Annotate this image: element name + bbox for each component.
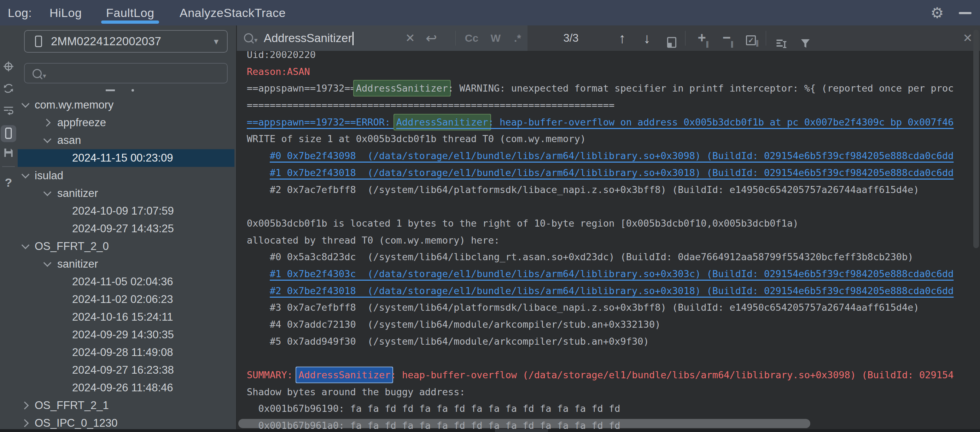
toolbar-divider	[766, 31, 766, 46]
previous-match-arrow-icon[interactable]: ↑	[613, 25, 631, 51]
log-link[interactable]: #1 0x7be2f4303c (/data/storage/el1/bundl…	[270, 268, 953, 279]
tree-row[interactable]: 2024-10-16 15:24:11	[17, 308, 236, 326]
tree-row[interactable]: sanitizer	[17, 184, 236, 202]
match-case-toggle[interactable]: Cc	[462, 25, 482, 51]
device-log-tool-icon[interactable]	[1, 125, 16, 142]
log-text: ========================================…	[247, 100, 614, 111]
log-text: Shadow bytes around the buggy address:	[247, 386, 465, 397]
log-link[interactable]: #2 0x7be2f43018 (/data/storage/el1/bundl…	[270, 285, 953, 296]
help-icon[interactable]: ?	[2, 175, 16, 189]
bottom-edge-segment	[495, 429, 548, 432]
tree-search-input[interactable]: ▾	[24, 63, 228, 83]
search-query: AddressSanitizer	[264, 25, 353, 51]
horizontal-scrollbar[interactable]	[238, 419, 810, 428]
clipped-row-fragment	[132, 89, 134, 92]
refresh-sync-icon[interactable]	[2, 81, 16, 95]
settings-gear-icon[interactable]: ⚙	[931, 0, 944, 25]
log-line: ========================================…	[247, 97, 953, 114]
minimize-icon[interactable]	[959, 12, 972, 14]
tree-row[interactable]: 2024-09-29 14:30:35	[17, 326, 236, 344]
log-line: #3 0x7ac7efbff8 (/system/lib64/platforms…	[247, 299, 953, 316]
tree-row[interactable]: 2024-09-26 11:48:46	[17, 379, 236, 397]
tree-label: 2024-10-16 15:24:11	[72, 308, 173, 326]
regex-toggle[interactable]: .*	[508, 25, 527, 51]
chevron-down-icon[interactable]	[22, 241, 30, 249]
toolbar-divider	[455, 31, 456, 46]
log-main-panel: ▾ AddressSanitizer ✕ ↩ Cc W .* 3/3 ↑ ↓ +…	[236, 25, 980, 432]
add-filter-icon[interactable]: +∥	[692, 25, 715, 51]
log-line: Uid:20020220	[247, 51, 953, 63]
tree-label: 2024-11-05 02:04:36	[72, 273, 173, 291]
whole-words-toggle[interactable]: W	[487, 25, 505, 51]
chevron-right-icon[interactable]	[21, 402, 29, 410]
tab-hilog[interactable]: HiLog	[49, 0, 82, 25]
save-icon[interactable]	[2, 146, 16, 160]
soft-wrap-icon[interactable]	[2, 103, 16, 118]
log-text	[247, 167, 270, 178]
log-line: ==appspawn==19732==ERROR: AddressSanitiz…	[247, 114, 953, 131]
locate-crosshair-icon[interactable]	[2, 59, 16, 73]
search-input[interactable]: ▾ AddressSanitizer ✕ ↩ Cc W .*	[237, 25, 528, 51]
tree-row[interactable]: OS_IPC_0_1230	[17, 415, 236, 429]
log-link[interactable]: #1 0x7be2f43018 (/data/storage/el1/bundl…	[270, 167, 953, 178]
chevron-right-icon[interactable]	[43, 119, 51, 127]
tree-row[interactable]: appfreeze	[17, 114, 236, 132]
chevron-right-icon[interactable]	[21, 419, 29, 427]
match-count: 3/3	[555, 25, 587, 51]
log-line: #4 0x7addc72130 (/system/lib64/module/ar…	[247, 316, 953, 333]
log-text: ==appspawn==19732==	[247, 83, 356, 94]
chevron-down-icon[interactable]	[43, 259, 52, 267]
top-tab-bar: Log: HiLog FaultLog AnalyzeStackTrace ⚙	[0, 0, 980, 25]
vertical-scrollbar[interactable]	[973, 30, 979, 248]
clear-search-icon[interactable]: ✕	[402, 25, 418, 51]
log-line	[247, 198, 953, 215]
tree-row[interactable]: 2024-09-27 16:23:38	[17, 361, 236, 379]
tree-row[interactable]: sanitizer	[17, 255, 236, 273]
log-text	[247, 268, 270, 279]
chevron-down-icon[interactable]	[43, 188, 52, 196]
log-viewer[interactable]: Uid:20020220Reason:ASAN==appspawn==19732…	[237, 51, 980, 432]
log-line: #5 0x7add949f30 (/system/lib64/module/ar…	[247, 333, 953, 350]
device-selector[interactable]: 2MM0224122002037 ▾	[24, 30, 228, 53]
exclude-filter-icon[interactable]: −∥	[717, 25, 740, 51]
log-text: : WARNING: unexpected format specifier i…	[448, 83, 953, 94]
search-match-highlight: AddressSanitizer	[298, 369, 390, 380]
chevron-down-icon[interactable]	[43, 135, 52, 143]
tree-label: 2024-09-29 14:30:35	[72, 326, 174, 344]
tree-row[interactable]: 2024-09-27 14:43:25	[17, 220, 236, 238]
log-text: #3 0x7ac7efbff8 (/system/lib64/platforms…	[247, 302, 919, 313]
log-text: Uid:20020220	[247, 51, 316, 60]
log-link[interactable]: : heap-buffer-overflow on address 0x005b…	[488, 117, 954, 128]
clipped-row-fragment	[106, 89, 115, 91]
chevron-down-icon[interactable]	[22, 100, 30, 108]
tree-row[interactable]: 2024-11-02 02:06:23	[17, 291, 236, 308]
tree-label: com.wy.memory	[35, 96, 113, 114]
search-toolbar: ▾ AddressSanitizer ✕ ↩ Cc W .* 3/3 ↑ ↓ +…	[237, 25, 980, 51]
tree-row[interactable]: 2024-11-05 02:04:36	[17, 273, 236, 291]
log-text	[247, 150, 270, 161]
log-line: WRITE of size 1 at 0x005b3dcb0f1b thread…	[247, 130, 953, 148]
open-results-panel-icon[interactable]	[663, 32, 681, 45]
tree-row[interactable]: OS_FFRT_2_0	[17, 238, 236, 255]
tree-label: 2024-09-28 11:49:08	[72, 344, 173, 361]
tree-row[interactable]: isulad	[17, 167, 236, 184]
tree-row[interactable]: 2024-11-15 00:23:09	[17, 149, 236, 167]
chevron-down-icon: ▾	[214, 31, 218, 52]
log-line: #0 0x7be2f43098 (/data/storage/el1/bundl…	[247, 148, 953, 164]
log-link[interactable]: AddressSanitizer	[396, 117, 488, 128]
tree-row[interactable]: 2024-09-28 11:49:08	[17, 344, 236, 361]
next-match-arrow-icon[interactable]: ↓	[638, 25, 656, 51]
tab-analyzestacktrace[interactable]: AnalyzeStackTrace	[180, 0, 286, 25]
chevron-down-icon[interactable]	[22, 170, 30, 178]
tree-row[interactable]: 2024-10-09 17:07:59	[17, 202, 236, 220]
tree-row[interactable]: asan	[17, 132, 236, 149]
log-line: 0x005b3dcb0f1b is located 1 bytes to the…	[247, 215, 953, 232]
tree-row[interactable]: com.wy.memory	[17, 96, 236, 114]
log-link[interactable]: #0 0x7be2f43098 (/data/storage/el1/bundl…	[270, 150, 953, 161]
tab-faultlog[interactable]: FaultLog	[106, 0, 154, 25]
select-matches-icon[interactable]: ✓∥	[741, 25, 764, 51]
search-history-icon[interactable]: ↩	[423, 25, 439, 51]
log-line: #1 0x7be2f43018 (/data/storage/el1/bundl…	[247, 164, 953, 181]
log-link[interactable]: ==appspawn==19732==ERROR:	[247, 117, 396, 128]
tree-row[interactable]: OS_FFRT_2_1	[17, 397, 236, 415]
